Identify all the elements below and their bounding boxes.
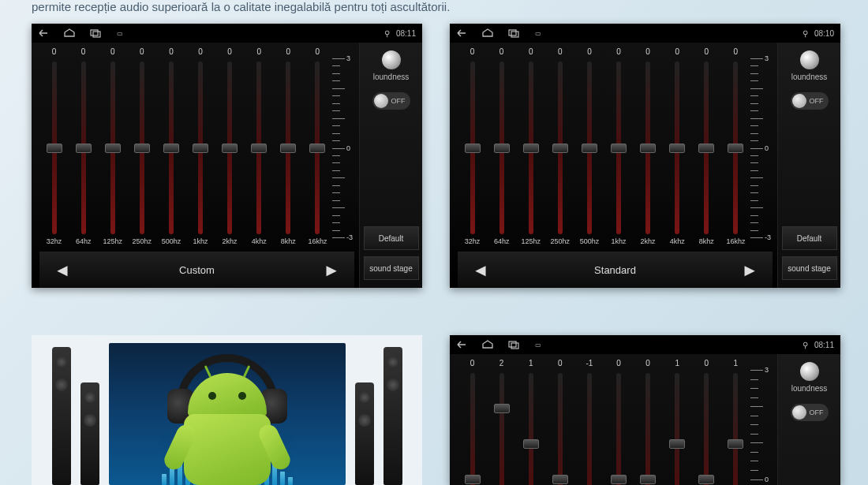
preset-name: Standard [594,264,636,276]
sound-stage-button[interactable]: sound stage [364,256,419,280]
default-button[interactable]: Default [364,226,419,250]
eq-band-slider[interactable]: 032hz [458,47,487,248]
prev-preset-button[interactable]: ◄ [472,260,489,281]
eq-band-slider[interactable]: 02khz [634,47,663,248]
back-icon[interactable] [456,28,467,38]
eq-panel-standard: ▭ ⚲ 08:10 032hz064hz0125hz0250hz0500hz01… [450,24,840,288]
preset-selector: ◄ Custom ► [39,252,354,288]
back-icon[interactable] [456,340,467,349]
eq-sliders: 032hz064hz0125hz0250hz0500hz01khz02khz04… [39,47,354,248]
eq-band-slider[interactable]: 0125hz [516,47,545,248]
android-headphones-graphic [109,343,346,485]
loudness-toggle[interactable]: OFF [372,92,410,110]
status-bar: ▭ ⚲ 08:11 [450,335,840,354]
eq-band-value: 1 [675,359,679,370]
eq-band-slider[interactable]: 08khz [692,359,721,485]
eq-band-value: 2 [499,359,504,370]
eq-band-value: 1 [529,359,533,370]
eq-band-slider[interactable]: 14khz [663,359,692,485]
eq-band-slider[interactable]: 264hz [487,359,516,485]
recent-apps-icon[interactable] [508,28,521,38]
next-preset-button[interactable]: ► [741,260,758,281]
home-icon[interactable] [63,28,76,38]
loudness-knob[interactable] [800,50,819,69]
back-icon[interactable] [38,28,49,38]
eq-band-freq: 16khz [726,237,745,248]
eq-band-freq: 2khz [223,237,238,248]
loudness-label: loundness [373,73,410,81]
recent-apps-icon[interactable] [90,28,103,38]
eq-band-slider[interactable]: 016khz [303,47,332,248]
loudness-toggle[interactable]: OFF [791,404,829,421]
svg-rect-1 [93,32,100,37]
eq-band-value: 0 [645,47,650,58]
eq-band-freq: 64hz [494,237,510,248]
eq-band-slider[interactable]: 02khz [634,359,663,485]
loudness-toggle[interactable]: OFF [791,92,829,110]
speaker-tower-icon [52,347,71,485]
loudness-label: loundness [791,384,828,393]
eq-band-value: 0 [169,47,174,58]
eq-band-slider[interactable]: 0500hz [574,47,604,248]
gps-icon: ⚲ [803,29,808,38]
eq-sliders: 032hz264hz1125hz0250hz-1500hz01khz02khz1… [458,359,773,485]
eq-band-freq: 2khz [641,237,656,248]
eq-band-value: 0 [705,359,709,370]
eq-band-slider[interactable]: 016khz [721,47,750,248]
eq-band-freq: 8khz [281,237,296,248]
eq-band-slider[interactable]: 08khz [274,47,303,248]
eq-band-slider[interactable]: 0250hz [545,359,574,485]
loudness-knob[interactable] [800,362,819,381]
eq-band-value: 0 [470,359,475,370]
clock-text: 08:10 [814,29,834,38]
sound-stage-button[interactable]: sound stage [782,256,837,280]
eq-band-slider[interactable]: 116khz [721,359,750,485]
eq-band-slider[interactable]: 0125hz [98,47,127,248]
eq-band-slider[interactable]: 01khz [604,359,633,485]
eq-band-slider[interactable]: 04khz [663,47,692,248]
eq-band-freq: 32hz [465,237,481,248]
eq-band-slider[interactable]: 064hz [487,47,516,248]
eq-band-slider[interactable]: 0250hz [545,47,574,248]
default-button[interactable]: Default [782,226,837,250]
speaker-tower-icon [80,382,99,485]
eq-band-slider[interactable]: 08khz [692,47,721,248]
clock-text: 08:11 [396,29,416,38]
status-bar: ▭ ⚲ 08:10 [450,24,840,43]
eq-band-value: 0 [256,47,261,58]
eq-band-value: 0 [587,47,592,58]
eq-band-slider[interactable]: 01khz [604,47,633,248]
eq-band-freq: 500hz [580,237,600,248]
eq-band-slider[interactable]: -1500hz [574,359,604,485]
eq-band-value: 0 [675,47,679,58]
android-audio-promo-image [32,335,422,485]
preset-selector: ◄ Standard ► [458,252,773,288]
recent-apps-icon[interactable] [508,340,521,349]
prev-preset-button[interactable]: ◄ [54,260,71,281]
eq-scale: 30-3 [332,47,354,248]
eq-band-value: 1 [734,359,739,370]
eq-band-slider[interactable]: 1125hz [516,359,545,485]
eq-band-value: 0 [645,359,650,370]
eq-band-slider[interactable]: 0500hz [156,47,185,248]
clock-text: 08:11 [814,341,834,349]
eq-band-value: 0 [705,47,709,58]
eq-band-slider[interactable]: 04khz [245,47,274,248]
eq-band-value: -1 [586,359,593,370]
next-preset-button[interactable]: ► [323,260,340,281]
eq-band-slider[interactable]: 01khz [185,47,215,248]
eq-band-slider[interactable]: 032hz [39,47,69,248]
eq-band-value: 0 [616,47,621,58]
eq-band-slider[interactable]: 032hz [458,359,487,485]
eq-band-slider[interactable]: 0250hz [127,47,156,248]
eq-band-value: 0 [470,47,475,58]
eq-sliders: 032hz064hz0125hz0250hz0500hz01khz02khz04… [458,47,773,248]
app-indicator-icon: ▭ [117,30,123,37]
home-icon[interactable] [481,28,494,38]
loudness-knob[interactable] [382,50,401,69]
eq-band-slider[interactable]: 02khz [215,47,245,248]
gps-icon: ⚲ [803,341,808,349]
eq-band-freq: 250hz [551,237,571,248]
eq-band-slider[interactable]: 064hz [69,47,98,248]
home-icon[interactable] [481,340,494,349]
